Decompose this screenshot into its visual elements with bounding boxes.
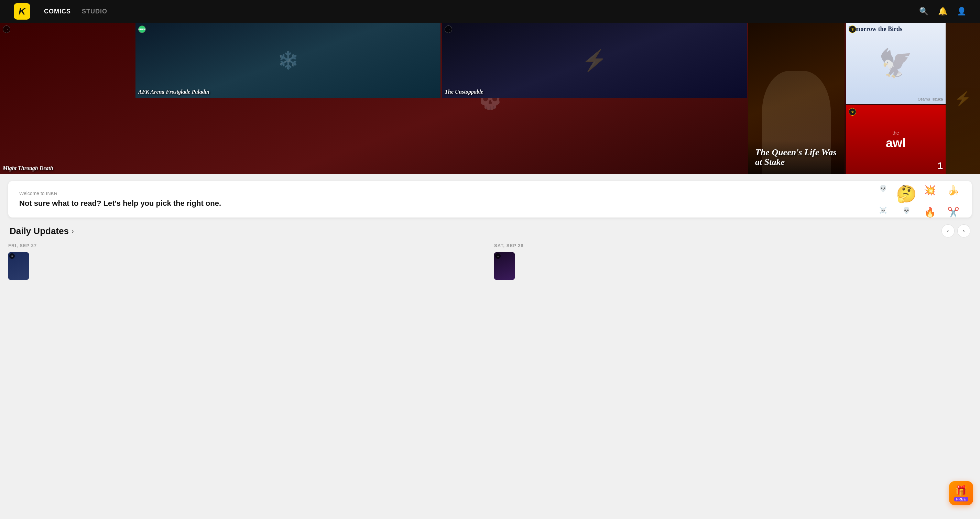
emoji-skull-small: 💀 [873, 184, 893, 204]
welcome-text: Welcome to INKR Not sure what to read? L… [19, 191, 221, 208]
emoji-scissors: ✂️ [943, 206, 964, 217]
hero-card-grid: ⚡ ○ The Priestess of A Dragon 💀 ○ Might … [135, 23, 747, 174]
emoji-skull2: 💀 [896, 206, 917, 217]
date-col-friday: FRI, SEP 27 ★ [8, 243, 486, 280]
hero-right-side: ⚡ [946, 23, 980, 174]
emoji-thinking: 🤔 [896, 184, 917, 204]
friday-thumb-badge: ★ [9, 253, 15, 259]
frost-badge: FREE [138, 26, 146, 33]
emoji-gem: 💝 [896, 181, 917, 182]
hero-queen-card[interactable]: The Queen's Life Was at Stake [748, 23, 845, 174]
welcome-card: Welcome to INKR Not sure what to read? L… [8, 181, 972, 217]
nav-comics[interactable]: COMICS [44, 8, 71, 15]
saturday-comics: ○ [494, 252, 972, 280]
prev-arrow-button[interactable]: ‹ [942, 224, 955, 238]
hero-right-stack: Tomorrow the Birds Osamu Tezuka 🦅 ♛ the … [846, 23, 946, 174]
nav-links: COMICS STUDIO [44, 8, 919, 15]
might-badge: ○ [3, 26, 10, 33]
emoji-fire: 🔥 [920, 206, 940, 217]
awl-num: 1 [937, 160, 943, 171]
queen-title: The Queen's Life Was at Stake [755, 148, 838, 167]
daily-updates-header: Daily Updates › ‹ › [8, 224, 972, 238]
navbar: K COMICS STUDIO 🔍 🔔 👤 [0, 0, 980, 23]
next-arrow-button[interactable]: › [957, 224, 970, 238]
emoji-star: 💛 [920, 181, 940, 182]
nav-icons: 🔍 🔔 👤 [919, 7, 966, 16]
chevron-right-icon[interactable]: › [72, 227, 74, 235]
saturday-thumb-1[interactable]: ○ [494, 252, 515, 280]
unstoppable-badge: ○ [445, 26, 452, 33]
daily-updates-title: Daily Updates [10, 226, 69, 236]
search-icon[interactable]: 🔍 [919, 7, 928, 16]
notification-icon[interactable]: 🔔 [938, 7, 947, 16]
emoji-banana: 🍌 [943, 184, 964, 204]
friday-label: FRI, SEP 27 [8, 243, 486, 248]
awl-badge: ♛ [849, 108, 856, 116]
section-title-row: Daily Updates › [10, 226, 74, 236]
logo[interactable]: K [14, 3, 30, 20]
emoji-sleepy: 😴 [943, 181, 964, 182]
welcome-label: Welcome to INKR [19, 191, 221, 196]
nav-arrows: ‹ › [942, 224, 970, 238]
tomorrow-badge: ♛ [849, 26, 856, 33]
user-icon[interactable]: 👤 [957, 7, 966, 16]
date-columns: FRI, SEP 27 ★ SAT, SEP 28 ○ [8, 243, 972, 280]
friday-comics: ★ [8, 252, 486, 280]
emoji-skull: ☠️ [873, 206, 893, 217]
unstoppable-title: The Unstoppable [445, 89, 744, 95]
logo-box: K [14, 3, 30, 20]
friday-thumb-1[interactable]: ★ [8, 252, 29, 280]
nav-studio[interactable]: STUDIO [82, 8, 107, 15]
saturday-thumb-badge: ○ [495, 253, 501, 259]
emoji-bang: 💥 [920, 184, 940, 204]
frost-title: AFK Arena Frostglade Paladin [138, 89, 438, 95]
saturday-label: SAT, SEP 28 [494, 243, 972, 248]
hero-tomorrow-card[interactable]: Tomorrow the Birds Osamu Tezuka 🦅 ♛ [846, 23, 946, 104]
hero-card-frost[interactable]: ❄️ FREE AFK Arena Frostglade Paladin [135, 23, 441, 98]
emoji-heart: 🤍 [873, 181, 893, 182]
date-col-saturday: SAT, SEP 28 ○ [494, 243, 972, 280]
hero-main: ○ The Daughter of Duke Doesn't Want To B… [34, 23, 946, 174]
welcome-headline: Not sure what to read? Let's help you pi… [19, 199, 221, 208]
emoji-grid: 🤍 💝 💛 😴 💀 🤔 💥 🍌 ☠️ 💀 🔥 ✂️ ⚔️ ✨ [869, 181, 967, 217]
hero-queen-overlay: The Queen's Life Was at Stake [748, 141, 845, 174]
hero-section: ○ The Daughter of Duke Doesn't Want To B… [0, 23, 980, 174]
emoji-cloud: 🤍 💝 💛 😴 💀 🤔 💥 🍌 ☠️ 💀 🔥 ✂️ ⚔️ ✨ [869, 181, 972, 217]
hero-card-unstoppable[interactable]: ⚡ ○ The Unstoppable [442, 23, 747, 98]
hero-awl-card[interactable]: the awl 1 ♛ [846, 105, 946, 174]
